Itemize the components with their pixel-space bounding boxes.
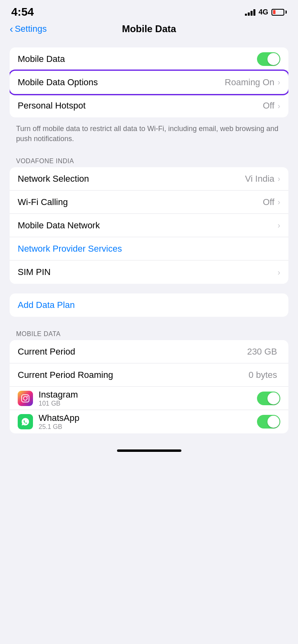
current-period-roaming-label: Current Period Roaming — [18, 370, 249, 380]
instagram-usage: 101 GB — [39, 400, 78, 407]
whatsapp-app-info: WhatsApp 25.1 GB — [18, 413, 257, 431]
page-title: Mobile Data — [122, 23, 176, 35]
sim-pin-chevron-icon: › — [277, 268, 280, 277]
network-selection-chevron-icon: › — [277, 174, 280, 183]
whatsapp-toggle[interactable] — [257, 415, 280, 429]
sim-pin-label: SIM PIN — [18, 267, 277, 277]
vodafone-section-label: VODAFONE INDIA — [10, 154, 288, 167]
mobile-data-row[interactable]: Mobile Data — [10, 47, 288, 71]
main-card: Mobile Data Mobile Data Options Roaming … — [10, 47, 288, 117]
mobile-data-usage-card: Current Period 230 GB Current Period Roa… — [10, 340, 288, 433]
whatsapp-row[interactable]: WhatsApp 25.1 GB — [10, 410, 288, 433]
main-card-section: Mobile Data Mobile Data Options Roaming … — [10, 47, 288, 117]
nav-bar: ‹ Settings Mobile Data — [0, 22, 298, 41]
helper-text: Turn off mobile data to restrict all dat… — [10, 121, 288, 150]
instagram-row[interactable]: Instagram 101 GB — [10, 387, 288, 410]
home-indicator — [117, 449, 181, 452]
svg-rect-0 — [22, 395, 29, 402]
instagram-icon — [18, 391, 33, 406]
wifi-calling-label: Wi-Fi Calling — [18, 197, 263, 207]
current-period-row: Current Period 230 GB — [10, 340, 288, 363]
back-chevron-icon: ‹ — [10, 24, 13, 34]
personal-hotspot-chevron-icon: › — [277, 101, 280, 111]
battery-icon — [271, 9, 287, 16]
current-period-value: 230 GB — [247, 347, 277, 357]
network-type: 4G — [259, 8, 268, 16]
whatsapp-app-text: WhatsApp 25.1 GB — [39, 413, 80, 431]
instagram-app-info: Instagram 101 GB — [18, 390, 257, 407]
add-data-plan-row[interactable]: Add Data Plan — [10, 293, 288, 317]
network-selection-label: Network Selection — [18, 174, 245, 184]
personal-hotspot-value: Off — [263, 100, 274, 111]
sim-pin-row[interactable]: SIM PIN › — [10, 260, 288, 284]
vodafone-card: Network Selection Vi India › Wi-Fi Calli… — [10, 167, 288, 284]
toggle-knob — [267, 53, 280, 65]
mobile-data-usage-section: MOBILE DATA Current Period 230 GB Curren… — [10, 326, 288, 433]
personal-hotspot-row[interactable]: Personal Hotspot Off › — [10, 94, 288, 117]
wifi-calling-value: Off — [263, 197, 274, 207]
current-period-roaming-row: Current Period Roaming 0 bytes — [10, 363, 288, 387]
whatsapp-name: WhatsApp — [39, 413, 80, 423]
mobile-data-options-row[interactable]: Mobile Data Options Roaming On › — [10, 71, 288, 94]
current-period-roaming-value: 0 bytes — [249, 370, 277, 380]
mobile-data-network-label: Mobile Data Network — [18, 220, 277, 231]
mobile-data-network-chevron-icon: › — [277, 221, 280, 230]
mobile-data-label: Mobile Data — [18, 54, 257, 64]
whatsapp-icon — [18, 414, 33, 429]
helper-text-section: Turn off mobile data to restrict all dat… — [10, 121, 288, 150]
svg-point-2 — [27, 396, 28, 397]
mobile-data-toggle[interactable] — [257, 52, 280, 66]
instagram-name: Instagram — [39, 390, 78, 400]
mobile-data-options-label: Mobile Data Options — [18, 77, 225, 88]
whatsapp-usage: 25.1 GB — [39, 423, 80, 431]
back-label: Settings — [15, 24, 47, 34]
personal-hotspot-label: Personal Hotspot — [18, 100, 263, 111]
back-button[interactable]: ‹ Settings — [10, 24, 47, 34]
vodafone-section: VODAFONE INDIA Network Selection Vi Indi… — [10, 154, 288, 284]
network-selection-value: Vi India — [245, 174, 274, 184]
status-icons: 4G — [245, 8, 287, 16]
mobile-data-network-row[interactable]: Mobile Data Network › — [10, 214, 288, 237]
network-provider-services-row[interactable]: Network Provider Services — [10, 237, 288, 260]
wifi-calling-row[interactable]: Wi-Fi Calling Off › — [10, 191, 288, 214]
mobile-data-options-value: Roaming On — [225, 77, 275, 88]
mobile-data-options-chevron-icon: › — [277, 78, 280, 87]
wifi-calling-chevron-icon: › — [277, 197, 280, 207]
status-time: 4:54 — [11, 6, 34, 18]
add-data-plan-section: Add Data Plan — [10, 293, 288, 317]
whatsapp-toggle-knob — [267, 416, 280, 428]
add-data-plan-card: Add Data Plan — [10, 293, 288, 317]
instagram-app-text: Instagram 101 GB — [39, 390, 78, 407]
svg-point-1 — [23, 396, 27, 400]
status-bar: 4:54 4G — [0, 0, 298, 22]
instagram-toggle[interactable] — [257, 392, 280, 405]
instagram-toggle-knob — [267, 392, 280, 404]
network-provider-services-label: Network Provider Services — [18, 244, 122, 254]
mobile-data-options-wrapper: Mobile Data Options Roaming On › — [10, 71, 288, 94]
signal-icon — [245, 8, 255, 16]
network-selection-row[interactable]: Network Selection Vi India › — [10, 167, 288, 191]
add-data-plan-label[interactable]: Add Data Plan — [18, 300, 75, 310]
current-period-label: Current Period — [18, 347, 247, 357]
mobile-data-section-label: MOBILE DATA — [10, 326, 288, 340]
